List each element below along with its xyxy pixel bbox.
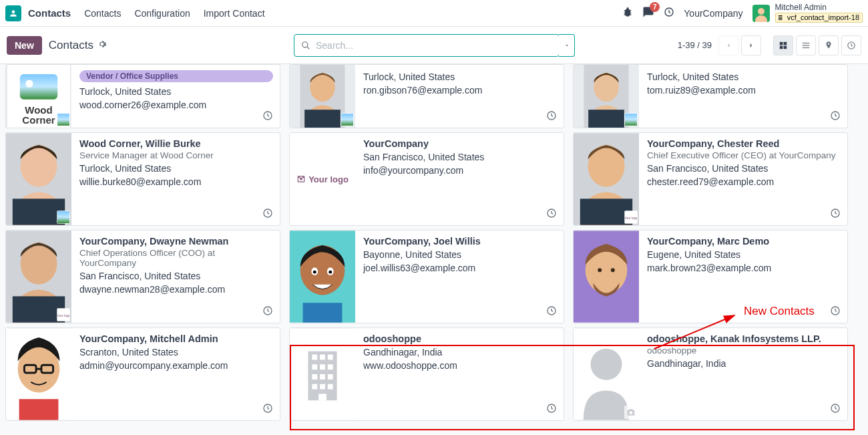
annotation-arrow (648, 309, 741, 355)
svg-rect-80 (320, 364, 325, 370)
search-dropdown-toggle[interactable] (559, 34, 575, 57)
contact-card[interactable]: Your logoYourCompany, Dwayne NewmanChief… (5, 230, 280, 323)
app-icon[interactable] (5, 5, 21, 21)
company-chip-icon (624, 113, 638, 126)
contact-card[interactable]: Your logoYourCompany, Chester ReedChief … (573, 132, 848, 226)
control-panel: New Contacts 1-39 / 39 (0, 27, 868, 64)
activity-clock-icon[interactable] (830, 305, 841, 319)
activity-clock-icon[interactable] (664, 7, 674, 20)
camera-icon (624, 406, 638, 419)
activity-clock-icon[interactable] (546, 110, 557, 124)
svg-point-15 (25, 80, 33, 88)
nav-import-contact[interactable]: Import Contact (204, 8, 265, 19)
contact-avatar (290, 328, 355, 420)
view-map[interactable] (819, 35, 839, 55)
svg-text:Your logo: Your logo (57, 313, 69, 317)
contact-email: mark.brown23@example.com (647, 261, 841, 275)
new-button[interactable]: New (7, 36, 42, 55)
bug-icon[interactable] (622, 7, 633, 20)
chat-icon[interactable]: 7 (642, 6, 654, 21)
annotation-label: New Contacts (744, 305, 815, 318)
activity-clock-icon[interactable] (830, 403, 841, 416)
user-menu[interactable]: Mitchell Admin ≣ vcf_contact_import-18 (752, 3, 863, 22)
svg-point-64 (598, 268, 602, 272)
svg-rect-29 (588, 110, 624, 128)
activity-clock-icon[interactable] (546, 305, 557, 319)
svg-rect-82 (312, 374, 317, 380)
svg-rect-60 (303, 303, 343, 322)
svg-rect-5 (780, 41, 783, 45)
svg-rect-84 (328, 374, 333, 380)
activity-clock-icon[interactable] (830, 208, 841, 221)
svg-rect-78 (328, 355, 333, 360)
contact-avatar (574, 231, 639, 323)
svg-point-38 (300, 178, 302, 180)
svg-rect-87 (328, 384, 333, 390)
svg-point-2 (758, 8, 765, 15)
activity-clock-icon[interactable] (262, 403, 273, 416)
svg-rect-79 (312, 364, 317, 370)
contact-location: Turlock, United States (363, 70, 557, 84)
activity-clock-icon[interactable] (262, 110, 273, 124)
svg-rect-85 (312, 384, 317, 390)
contact-email: tom.ruiz89@example.com (647, 84, 841, 97)
view-list[interactable] (796, 35, 816, 55)
breadcrumb-title: Contacts (49, 39, 93, 52)
svg-rect-76 (312, 355, 317, 360)
contact-card[interactable]: YourCompany, Joel WillisBayonne, United … (289, 230, 564, 323)
svg-text:Your logo: Your logo (625, 216, 637, 220)
contact-card[interactable]: WoodCornerVendor / Office SuppliesTurloc… (5, 64, 280, 128)
contact-subtitle: Chief Operations Officer (COO) at YourCo… (79, 248, 273, 268)
activity-clock-icon[interactable] (830, 110, 841, 124)
contact-card[interactable]: Your logoYourCompanySan Francisco, Unite… (289, 132, 564, 226)
view-kanban[interactable] (773, 35, 793, 55)
contact-avatar: Your logo (290, 133, 355, 225)
contact-location: San Francisco, United States (363, 150, 557, 164)
top-nav: Contacts Contacts Configuration Import C… (0, 0, 868, 27)
svg-point-91 (590, 349, 622, 380)
svg-point-59 (329, 271, 332, 274)
user-db: ≣ vcf_contact_import-18 (775, 13, 863, 23)
company-chip-icon: Your logo (57, 308, 70, 321)
svg-rect-86 (320, 384, 325, 390)
contact-card[interactable]: Turlock, United Statestom.ruiz89@example… (573, 64, 848, 128)
contact-location: Gandhinagar, India (363, 345, 557, 359)
pager-next[interactable] (741, 35, 761, 55)
svg-point-92 (630, 411, 633, 414)
contact-email: ron.gibson76@example.com (363, 84, 557, 97)
search-input[interactable] (316, 35, 552, 56)
nav-configuration[interactable]: Configuration (134, 8, 190, 19)
search-box[interactable] (294, 34, 560, 57)
contact-location: Turlock, United States (647, 70, 841, 84)
activity-clock-icon[interactable] (262, 305, 273, 319)
svg-rect-14 (20, 74, 57, 100)
contact-card[interactable]: Wood Corner, Willie BurkeService Manager… (5, 132, 280, 226)
svg-rect-72 (19, 399, 59, 420)
contact-tag: Vendor / Office Supplies (79, 70, 273, 82)
contact-email: dwayne.newman28@example.com (79, 283, 273, 296)
contact-email: info@yourcompany.com (363, 164, 557, 177)
pager-text[interactable]: 1-39 / 39 (678, 40, 712, 50)
activity-clock-icon[interactable] (546, 403, 557, 416)
contact-avatar (290, 65, 355, 128)
nav-contacts[interactable]: Contacts (84, 8, 121, 19)
contact-location: San Francisco, United States (647, 162, 841, 175)
view-activity[interactable] (841, 35, 861, 55)
activity-clock-icon[interactable] (546, 208, 557, 221)
company-switcher[interactable]: YourCompany (684, 8, 742, 19)
contact-email: chester.reed79@example.com (647, 175, 841, 188)
pager-prev[interactable] (718, 35, 738, 55)
svg-point-65 (611, 268, 615, 272)
svg-rect-7 (780, 45, 783, 49)
activity-clock-icon[interactable] (262, 208, 273, 221)
kanban-view: WoodCornerVendor / Office SuppliesTurloc… (0, 64, 868, 435)
gear-icon[interactable] (97, 39, 107, 51)
contact-email: www.odooshoppe.com (363, 359, 557, 372)
chat-badge: 7 (650, 2, 660, 12)
svg-rect-18 (57, 114, 69, 126)
contact-card[interactable]: YourCompany, Mitchell AdminScranton, Uni… (5, 327, 280, 421)
contact-card[interactable]: Turlock, United Statesron.gibson76@examp… (289, 64, 564, 128)
contact-card[interactable]: odooshoppeGandhinagar, Indiawww.odooshop… (289, 327, 564, 421)
svg-rect-83 (320, 374, 325, 380)
company-chip-icon (57, 113, 70, 126)
